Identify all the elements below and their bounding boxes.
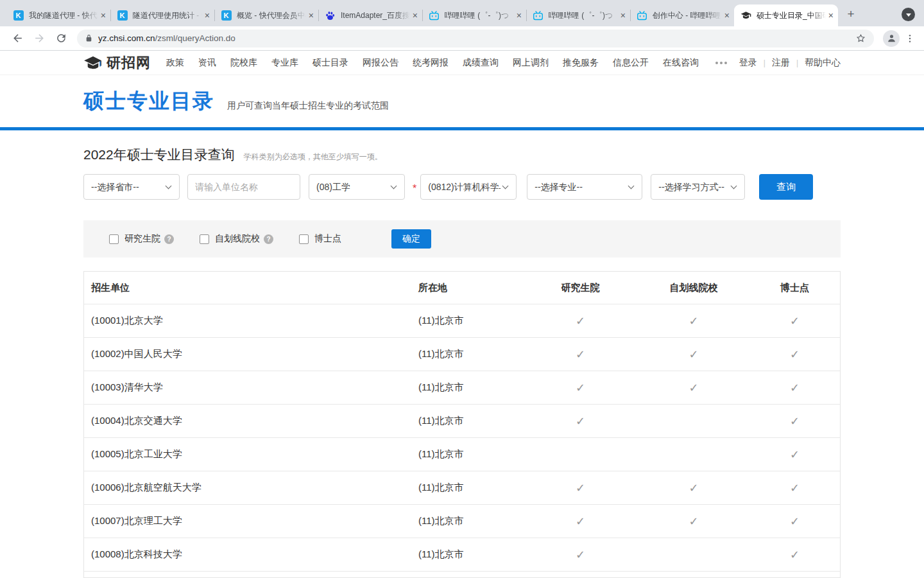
results-table: 招生单位 所在地 研究生院 自划线院校 博士点 (10001)北京大学(11)北… [83, 271, 841, 578]
table-row[interactable]: (10003)清华大学(11)北京市✓✓✓ [84, 371, 840, 404]
study-mode-select[interactable]: --选择学习方式-- [651, 175, 744, 199]
nav-item[interactable]: 网报公告 [363, 57, 398, 69]
help-icon[interactable]: ? [264, 234, 273, 244]
tab-close-icon[interactable]: × [517, 11, 522, 20]
major-select[interactable]: --选择专业-- [527, 175, 642, 199]
filter-bar: 研究生院?自划线院校?博士点 确定 [83, 220, 841, 258]
table-row[interactable]: (10006)北京航空航天大学(11)北京市✓✓✓ [84, 471, 840, 504]
cell-location: (11)北京市 [418, 482, 524, 494]
site-logo[interactable]: 研招网 [83, 53, 151, 73]
cell-graduate-school-check: ✓ [524, 514, 637, 529]
tab-favicon: K [13, 10, 24, 21]
help-center-link[interactable]: 帮助中心 [805, 57, 841, 69]
cell-self-line-check: ✓ [637, 381, 751, 395]
table-row[interactable]: (10001)北京大学(11)北京市✓✓✓ [84, 304, 840, 337]
query-button[interactable]: 查询 [759, 174, 813, 200]
category-select-wrap: (08)工学 [309, 174, 405, 200]
tab-close-icon[interactable]: × [309, 11, 314, 20]
browser-tab-strip: K我的隧道代理 - 快代理×K隧道代理使用统计 - 快代理×K概览 - 快代理会… [0, 0, 924, 26]
browser-tab[interactable]: ItemAdapter_百度搜索× [318, 4, 422, 26]
unit-name-input[interactable] [187, 174, 300, 200]
header-unit: 招生单位 [91, 282, 418, 294]
nav-item[interactable]: 院校库 [230, 57, 257, 69]
browser-tab[interactable]: 创作中心 - 哔哩哔哩× [630, 4, 734, 26]
cell-unit: (10006)北京航空航天大学 [91, 482, 418, 494]
tab-favicon [325, 10, 336, 21]
browser-menu-button[interactable] [903, 30, 916, 47]
nav-more-icon[interactable] [715, 62, 727, 64]
browser-tab[interactable]: 哔哩哔哩 (゜-゜)つ× [422, 4, 526, 26]
tab-close-icon[interactable]: × [101, 11, 106, 20]
nav-item[interactable]: 成绩查询 [463, 57, 499, 69]
nav-item[interactable]: 网上调剂 [513, 57, 549, 69]
nav-item[interactable]: 在线咨询 [663, 57, 699, 69]
cell-graduate-school-check: ✓ [524, 481, 637, 495]
back-button[interactable] [9, 30, 26, 47]
tab-close-icon[interactable]: × [620, 11, 626, 20]
nav-item[interactable]: 资讯 [198, 57, 216, 69]
cell-graduate-school-check: ✓ [524, 347, 637, 362]
site-header: 研招网 政策资讯院校库专业库硕士目录网报公告统考网报成绩查询网上调剂推免服务信息… [0, 51, 924, 75]
cell-location: (11)北京市 [418, 548, 524, 561]
help-icon[interactable]: ? [164, 234, 174, 244]
category-select[interactable]: (08)工学 [309, 175, 404, 199]
tab-close-icon[interactable]: × [205, 11, 210, 20]
blue-divider [0, 127, 924, 130]
table-row[interactable]: (10002)中国人民大学(11)北京市✓✓✓ [84, 337, 840, 371]
bookmark-star-button[interactable] [855, 33, 866, 44]
table-row[interactable]: (10004)北京交通大学(11)北京市✓✓ [84, 404, 840, 437]
cell-unit: (10004)北京交通大学 [91, 415, 418, 427]
browser-tab[interactable]: K我的隧道代理 - 快代理× [6, 4, 110, 26]
confirm-button[interactable]: 确定 [391, 229, 431, 249]
tab-close-icon[interactable]: × [413, 11, 418, 20]
cell-doctoral-check: ✓ [751, 448, 839, 462]
tab-favicon [637, 10, 647, 21]
login-link[interactable]: 登录 [739, 57, 757, 69]
tab-title: 创作中心 - 哔哩哔哩 [653, 10, 722, 21]
new-tab-button[interactable]: + [842, 5, 860, 23]
address-bar[interactable]: yz.chsi.com.cn/zsml/queryAction.do [77, 30, 874, 48]
nav-item[interactable]: 统考网报 [413, 57, 449, 69]
reload-button[interactable] [53, 30, 69, 47]
browser-tab[interactable]: 硕士专业目录_中国研究生招生信息网× [734, 4, 838, 26]
browser-profile-avatar[interactable] [883, 30, 900, 47]
cell-location: (11)北京市 [418, 315, 524, 327]
table-row[interactable]: (10007)北京理工大学(11)北京市✓✓✓ [84, 504, 840, 538]
header-location: 所在地 [418, 282, 524, 294]
tab-favicon: K [117, 10, 128, 21]
cell-unit: (10001)北京大学 [91, 315, 418, 327]
nav-item[interactable]: 硕士目录 [312, 57, 348, 69]
cell-doctoral-check: ✓ [751, 381, 839, 395]
site-logo-text: 研招网 [107, 53, 151, 73]
forward-button[interactable] [31, 30, 47, 47]
table-row[interactable]: (10005)北京工业大学(11)北京市✓ [84, 437, 840, 471]
checkbox[interactable] [299, 234, 309, 244]
register-link[interactable]: 注册 [772, 57, 790, 69]
browser-tab[interactable]: 哔哩哔哩 (゜-゜)つ× [526, 4, 630, 26]
nav-item[interactable]: 信息公开 [613, 57, 649, 69]
url-path: /zsml/queryAction.do [155, 33, 235, 43]
nav-item[interactable]: 专业库 [271, 57, 298, 69]
nav-item[interactable]: 政策 [166, 57, 184, 69]
table-row-partial [84, 571, 840, 577]
tab-title: 我的隧道代理 - 快代理 [29, 10, 98, 21]
tab-search-button[interactable] [902, 8, 915, 21]
cell-self-line-check: ✓ [637, 314, 751, 328]
tab-close-icon[interactable]: × [724, 11, 730, 20]
tab-favicon [429, 10, 440, 21]
table-row[interactable]: (10008)北京科技大学(11)北京市✓✓ [84, 538, 840, 571]
tab-title: 概览 - 快代理会员中心 [237, 10, 306, 21]
checkbox[interactable] [200, 234, 209, 244]
cell-unit: (10008)北京科技大学 [91, 548, 418, 561]
nav-item[interactable]: 推免服务 [563, 57, 599, 69]
browser-tab[interactable]: K隧道代理使用统计 - 快代理× [110, 4, 214, 26]
cell-doctoral-check: ✓ [751, 514, 839, 529]
table-header-row: 招生单位 所在地 研究生院 自划线院校 博士点 [84, 272, 840, 304]
discipline-select[interactable]: (0812)计算机科学与技术 [421, 175, 516, 199]
browser-tab[interactable]: K概览 - 快代理会员中心× [214, 4, 318, 26]
province-select[interactable]: --选择省市-- [84, 175, 179, 199]
tab-close-icon[interactable]: × [828, 11, 834, 20]
checkbox[interactable] [109, 234, 119, 244]
cell-doctoral-check: ✓ [751, 414, 839, 428]
query-hint: 学科类别为必选项，其他至少填写一项。 [244, 152, 382, 162]
